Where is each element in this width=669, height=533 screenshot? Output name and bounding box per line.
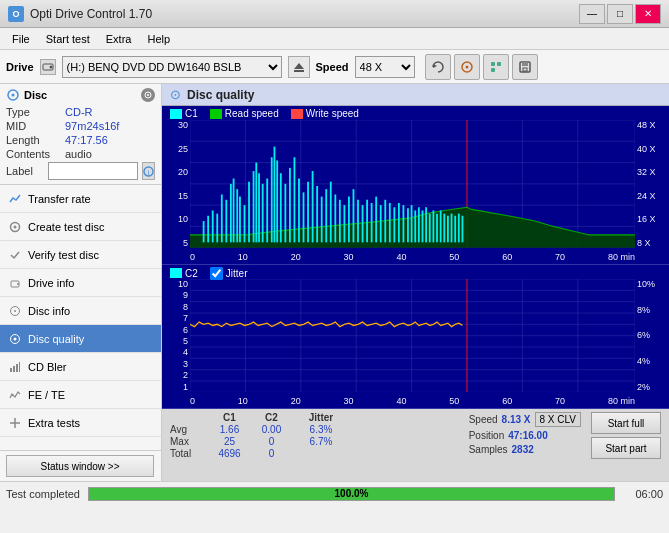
disc-mid-value: 97m24s16f: [65, 120, 119, 132]
disc-type-value: CD-R: [65, 106, 93, 118]
disc-quality-header-icon: ⊙: [170, 87, 181, 102]
chart2-svg: [190, 279, 635, 392]
svg-point-22: [17, 283, 19, 285]
sidebar-item-extra-tests[interactable]: Extra tests: [0, 409, 161, 437]
app-icon: O: [8, 6, 24, 22]
maximize-button[interactable]: □: [607, 4, 633, 24]
disc-label-row: Label i: [6, 162, 155, 180]
stats-bar: C1 C2 Jitter Avg 1.66 0.00 6.3% Max 25 0…: [162, 409, 669, 481]
progress-bar-container: 100.0%: [88, 487, 615, 501]
svg-rect-7: [491, 62, 495, 66]
chart1-y-left: 30 25 20 15 10 5: [162, 120, 190, 248]
sidebar: Disc Type CD-R MID 97m24s16f Length 47:1…: [0, 84, 162, 481]
main-layout: Disc Type CD-R MID 97m24s16f Length 47:1…: [0, 84, 669, 481]
disc-panel-icon: [6, 88, 20, 102]
svg-point-20: [14, 225, 17, 228]
svg-point-16: [147, 94, 149, 96]
stats-position-row: Position 47:16.00: [469, 430, 581, 441]
stats-max-c2: 0: [254, 436, 289, 447]
disc-contents-row: Contents audio: [6, 148, 155, 160]
svg-rect-3: [294, 70, 304, 72]
close-button[interactable]: ✕: [635, 4, 661, 24]
disc-type-row: Type CD-R: [6, 106, 155, 118]
disc-info-icon: [8, 304, 22, 318]
disc-length-value: 47:17.56: [65, 134, 108, 146]
sidebar-item-verify-test[interactable]: Verify test disc: [0, 241, 161, 269]
stats-table: C1 C2 Jitter Avg 1.66 0.00 6.3% Max 25 0…: [170, 412, 351, 459]
disc-quality-icon: [8, 332, 22, 346]
svg-point-24: [14, 310, 16, 312]
menu-start-test[interactable]: Start test: [38, 31, 98, 47]
menu-file[interactable]: File: [4, 31, 38, 47]
verify-test-label: Verify test disc: [28, 249, 99, 261]
svg-rect-29: [16, 364, 18, 372]
extra-tests-label: Extra tests: [28, 417, 80, 429]
disc-quality-label: Disc quality: [28, 333, 84, 345]
chart1-y-right: 48 X 40 X 32 X 24 X 16 X 8 X: [635, 120, 669, 248]
status-window-section: Status window >>: [0, 450, 161, 481]
menu-bar: File Start test Extra Help: [0, 28, 669, 50]
elapsed-time: 06:00: [623, 488, 663, 500]
legend-write: Write speed: [291, 108, 359, 119]
chart2-y-right: 10% 8% 6% 4% 2%: [635, 279, 669, 392]
disc-button[interactable]: [454, 54, 480, 80]
chart2: C2 Jitter 10 9 8 7 6 5 4 3: [162, 265, 669, 409]
legend-c2-color: [170, 268, 182, 278]
svg-rect-28: [13, 366, 15, 372]
sidebar-item-create-test[interactable]: Create test disc: [0, 213, 161, 241]
menu-extra[interactable]: Extra: [98, 31, 140, 47]
svg-point-14: [12, 94, 15, 97]
settings-button[interactable]: [483, 54, 509, 80]
menu-help[interactable]: Help: [139, 31, 178, 47]
stats-samples-label: Samples: [469, 444, 508, 455]
sidebar-item-drive-info[interactable]: Drive info: [0, 269, 161, 297]
create-test-label: Create test disc: [28, 221, 104, 233]
stats-col-jitter: Jitter: [291, 412, 351, 423]
sidebar-item-disc-quality[interactable]: Disc quality: [0, 325, 161, 353]
drive-info-icon: [8, 276, 22, 290]
drive-eject-button[interactable]: [288, 56, 310, 78]
svg-marker-2: [294, 63, 304, 69]
chart1: C1 Read speed Write speed 30 25 20: [162, 106, 669, 265]
start-part-button[interactable]: Start part: [591, 437, 661, 459]
sidebar-item-fe-te[interactable]: FE / TE: [0, 381, 161, 409]
drive-label: Drive: [6, 61, 34, 73]
disc-label-input[interactable]: [48, 162, 138, 180]
speed-select[interactable]: 48 X: [355, 56, 415, 78]
refresh-button[interactable]: [425, 54, 451, 80]
status-window-button[interactable]: Status window >>: [6, 455, 154, 477]
speed-label: Speed: [316, 61, 349, 73]
cd-bler-label: CD Bler: [28, 361, 67, 373]
transfer-rate-label: Transfer rate: [28, 193, 91, 205]
legend-c1: C1: [170, 108, 198, 119]
legend-write-color: [291, 109, 303, 119]
stats-total-label: Total: [170, 448, 205, 459]
sidebar-item-cd-bler[interactable]: CD Bler: [0, 353, 161, 381]
disc-settings-icon[interactable]: [141, 88, 155, 102]
stats-avg-c1: 1.66: [207, 424, 252, 435]
stats-col-c2: C2: [254, 412, 289, 423]
stats-info: Speed 8.13 X 8 X CLV Position 47:16.00 S…: [469, 412, 581, 455]
title-bar: O Opti Drive Control 1.70 — □ ✕: [0, 0, 669, 28]
jitter-label: Jitter: [226, 268, 248, 279]
stats-avg-label: Avg: [170, 424, 205, 435]
sidebar-item-disc-info[interactable]: Disc info: [0, 297, 161, 325]
stats-total-c1: 4696: [207, 448, 252, 459]
save-button[interactable]: [512, 54, 538, 80]
sidebar-item-transfer-rate[interactable]: Transfer rate: [0, 185, 161, 213]
disc-length-row: Length 47:17.56: [6, 134, 155, 146]
status-bar: Test completed 100.0% 06:00: [0, 481, 669, 505]
start-full-button[interactable]: Start full: [591, 412, 661, 434]
drive-select[interactable]: (H:) BENQ DVD DD DW1640 BSLB: [62, 56, 282, 78]
disc-mid-row: MID 97m24s16f: [6, 120, 155, 132]
svg-marker-4: [433, 64, 437, 68]
disc-type-label: Type: [6, 106, 61, 118]
stats-total-jitter: [291, 448, 351, 459]
label-edit-button[interactable]: i: [142, 162, 155, 180]
minimize-button[interactable]: —: [579, 4, 605, 24]
jitter-checkbox[interactable]: [210, 267, 223, 280]
content-header: ⊙ Disc quality: [162, 84, 669, 106]
extra-tests-icon: [8, 416, 22, 430]
chart2-x-labels: 0 10 20 30 40 50 60 70 80 min: [190, 396, 635, 406]
chart1-legend: C1 Read speed Write speed: [170, 108, 359, 119]
